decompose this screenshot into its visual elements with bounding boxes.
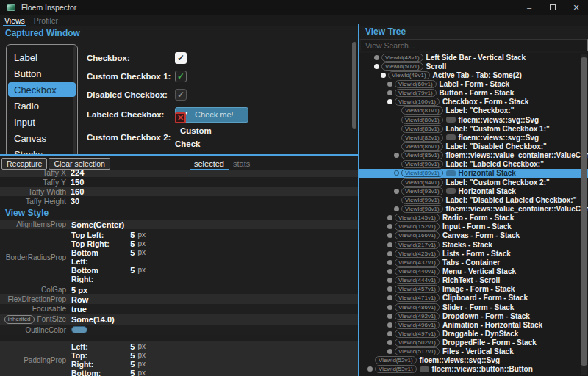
- tree-row[interactable]: ViewId(48v1)Left Side Bar - Vertical Sta…: [359, 53, 588, 62]
- tree-row[interactable]: ViewId(437v1)Tabs - Container: [359, 258, 588, 267]
- expand-bullet-icon[interactable]: [387, 215, 392, 220]
- layout-table-row: Taffy Y150: [0, 177, 358, 187]
- tree-row[interactable]: ViewId(166v1)Canvas - Form - Stack: [359, 231, 588, 240]
- tree-row-label: Horizontal Stack: [459, 169, 516, 177]
- preview-list-item-label[interactable]: Label: [8, 50, 76, 65]
- preview-vertical-scrollbar[interactable]: [352, 42, 356, 129]
- tree-row[interactable]: ViewId(83v1)Label: "Custom Checkbox 1:": [359, 124, 588, 133]
- tree-row-label: Menu - Vertical Stack: [442, 267, 516, 275]
- tree-row[interactable]: ViewId(60v1)Label - Form - Stack: [359, 79, 588, 88]
- tree-row[interactable]: ViewId(457v1)Image - Form - Stack: [359, 285, 588, 294]
- style-prop-name: inheritedFontSize: [0, 315, 66, 324]
- outline-color-swatch[interactable]: [71, 326, 87, 333]
- tree-row[interactable]: ViewId(98v1)floem::views::value_containe…: [359, 204, 588, 213]
- tree-row[interactable]: ViewId(440v1)Menu - Vertical Stack: [359, 267, 588, 275]
- recapture-button[interactable]: Recapture: [1, 158, 47, 170]
- tree-row[interactable]: ViewId(492v1)Dropdown - Form - Stack: [359, 311, 588, 320]
- tree-row[interactable]: ViewId(496v1)Animation - Horizontal Stac…: [359, 320, 588, 329]
- maximize-button[interactable]: [541, 0, 564, 15]
- style-prop-name: BorderRadiusProp: [0, 229, 66, 285]
- preview-list-item-button[interactable]: Button: [8, 66, 76, 81]
- custom-checkbox-green[interactable]: ✓: [175, 70, 187, 82]
- expand-bullet-icon[interactable]: [387, 314, 392, 319]
- expand-bullet-icon[interactable]: [387, 269, 392, 274]
- expand-bullet-icon[interactable]: [394, 206, 399, 212]
- tree-row[interactable]: ViewId(82v1)floem::views::svg::Svg: [359, 133, 588, 142]
- tree-row[interactable]: ViewId(94v1)Label: "Custom Checkbox 2:": [359, 178, 588, 187]
- expand-bullet-icon[interactable]: [394, 170, 399, 176]
- expand-bullet-icon[interactable]: [387, 233, 392, 238]
- tree-row[interactable]: ViewId(99v1)Label: "Disabled Labeled Che…: [359, 195, 588, 204]
- style-subprop-key: Right:: [71, 360, 112, 369]
- expand-bullet-icon[interactable]: [387, 99, 392, 104]
- expand-bullet-icon[interactable]: [387, 90, 392, 95]
- expand-bullet-icon[interactable]: [387, 349, 392, 354]
- tree-row[interactable]: ViewId(93v1)Horizontal Stack: [359, 187, 588, 195]
- preview-form-row: Disabled Checkbox:✓: [87, 87, 175, 103]
- checkbox-checked[interactable]: ✓: [175, 52, 187, 64]
- expand-bullet-icon[interactable]: [394, 153, 399, 158]
- style-prop-row: ColGap5 px: [0, 285, 358, 294]
- expand-bullet-icon[interactable]: [387, 305, 392, 310]
- tree-row[interactable]: ViewId(90v1)Label: "Labeled Checkbox:": [359, 160, 588, 169]
- tree-row[interactable]: ViewId(145v1)Radio - Form - Stack: [359, 214, 588, 223]
- expand-bullet-icon[interactable]: [387, 82, 392, 87]
- tree-row[interactable]: ViewId(502v1)DroppedFile - Form - Stack: [359, 339, 588, 347]
- tree-row[interactable]: ViewId(52v1)floem::views::svg::Svg: [359, 356, 588, 365]
- custom-checkbox-cross[interactable]: ✕: [175, 112, 186, 123]
- view-tree-header: View Tree: [365, 26, 406, 37]
- expand-bullet-icon[interactable]: [387, 224, 392, 229]
- preview-list-item-checkbox[interactable]: Checkbox: [8, 82, 76, 97]
- clear-selection-button[interactable]: Clear selection: [49, 158, 110, 170]
- tree-row[interactable]: ViewId(49v1)Active Tab - Tab: Some(2): [359, 70, 588, 79]
- view-search-input[interactable]: [359, 39, 588, 51]
- preview-list-item-radio[interactable]: Radio: [8, 98, 76, 113]
- preview-list-item-input[interactable]: Input: [8, 115, 76, 129]
- tree-row[interactable]: ViewId(80v1)floem::views::svg::Svg: [359, 115, 588, 124]
- expand-bullet-icon[interactable]: [387, 286, 392, 292]
- expand-bullet-icon[interactable]: [387, 242, 392, 247]
- preview-list-item-stacks[interactable]: Stacks: [8, 147, 76, 154]
- tree-scrollbar-thumb[interactable]: [581, 57, 587, 366]
- tree-row[interactable]: ViewId(486v1)Slider - Form - Stack: [359, 303, 588, 311]
- expand-bullet-icon[interactable]: [387, 340, 392, 345]
- expand-bullet-icon[interactable]: [374, 55, 379, 60]
- expand-bullet-icon[interactable]: [387, 260, 392, 265]
- tab-stats[interactable]: stats: [229, 157, 254, 170]
- expand-bullet-icon[interactable]: [381, 73, 386, 78]
- menu-item-profiler[interactable]: Profiler: [29, 15, 62, 26]
- preview-list-item-canvas[interactable]: Canvas: [8, 131, 76, 145]
- expand-bullet-icon[interactable]: [387, 295, 392, 300]
- tree-row[interactable]: ViewId(81v1)Label: "Checkbox:": [359, 106, 588, 115]
- style-subprop-value: 5: [130, 266, 135, 275]
- expand-bullet-icon[interactable]: [387, 251, 392, 256]
- tree-row[interactable]: ViewId(425v1)Lists - Form - Stack: [359, 249, 588, 258]
- expand-bullet-icon[interactable]: [387, 331, 392, 336]
- tree-row[interactable]: ViewId(152v1)Input - Form - Stack: [359, 223, 588, 231]
- tree-row[interactable]: ViewId(53v1)floem::views::button::Button: [359, 365, 588, 374]
- style-subprop-key: Top Right:: [71, 239, 112, 248]
- close-button[interactable]: ✕: [564, 0, 588, 15]
- expand-bullet-icon[interactable]: [368, 366, 373, 372]
- expand-bullet-icon[interactable]: [387, 322, 392, 328]
- tree-row[interactable]: ViewId(217v1)Stacks - Stack: [359, 240, 588, 249]
- tree-row[interactable]: ViewId(497v1)Draggable - DynStack: [359, 329, 588, 338]
- tree-row[interactable]: ViewId(444v1)RichText - Scroll: [359, 276, 588, 285]
- tree-row[interactable]: ViewId(89v1)Horizontal Stack: [359, 169, 588, 178]
- expand-bullet-icon[interactable]: [394, 189, 399, 194]
- tab-selected[interactable]: selected: [190, 157, 229, 170]
- tree-row[interactable]: ViewId(50v1)Scroll: [359, 62, 588, 70]
- expand-bullet-icon[interactable]: [374, 64, 379, 69]
- tree-row[interactable]: ViewId(471v1)Clipboard - Form - Stack: [359, 294, 588, 303]
- tree-row[interactable]: ViewId(86v1)Label: "Disabled Checkbox:": [359, 142, 588, 151]
- tree-row[interactable]: ViewId(85v1)floem::views::value_containe…: [359, 151, 588, 160]
- tree-row[interactable]: ViewId(79v1)Button - Form - Stack: [359, 89, 588, 98]
- tree-row-label: Scroll: [426, 62, 447, 70]
- tree-row[interactable]: ViewId(100v1)Checkbox - Form - Stack: [359, 98, 588, 106]
- preview-form-row: Checkbox:✓: [87, 50, 175, 66]
- tree-row[interactable]: ViewId(517v1)Files - Vertical Stack: [359, 347, 588, 356]
- tree-row-label: DroppedFile - Form - Stack: [442, 339, 537, 347]
- expand-bullet-icon[interactable]: [387, 278, 392, 283]
- menu-item-views[interactable]: Views: [0, 15, 29, 26]
- minimize-button[interactable]: –: [517, 0, 541, 15]
